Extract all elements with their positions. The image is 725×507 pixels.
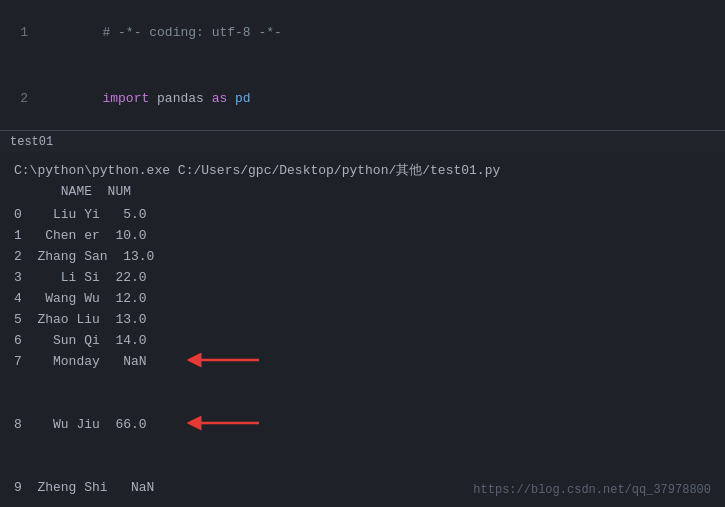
table-row-3: 3 Li Si 22.0 [14, 267, 711, 288]
code-line-2: 2 import pandas as pd [0, 66, 725, 130]
terminal-empty-line [14, 498, 711, 507]
credit-link: https://blog.csdn.net/qq_37978800 [473, 483, 711, 497]
line-content-2: import pandas as pd [40, 66, 251, 130]
table-row-0: 0 Liu Yi 5.0 [14, 204, 711, 225]
table-row-7: 7 Monday NaN [14, 351, 711, 414]
table-row-1: 1 Chen er 10.0 [14, 225, 711, 246]
arrow-icon-7 [184, 349, 264, 371]
module-name: pandas [149, 91, 211, 106]
tab-bar: test01 [0, 130, 725, 152]
line-content-1: # -*- coding: utf-8 -*- [40, 0, 282, 66]
code-lines: 1 # -*- coding: utf-8 -*- 2 import panda… [0, 0, 725, 130]
code-editor: 1 # -*- coding: utf-8 -*- 2 import panda… [0, 0, 725, 130]
import-keyword: import [102, 91, 149, 106]
code-line-1: 1 # -*- coding: utf-8 -*- [0, 0, 725, 66]
table-row-2: 2 Zhang San 13.0 [14, 246, 711, 267]
table-row-4: 4 Wang Wu 12.0 [14, 288, 711, 309]
as-keyword: as [212, 91, 228, 106]
comment-text: # -*- coding: utf-8 -*- [102, 25, 281, 40]
table-row-5: 5 Zhao Liu 13.0 [14, 309, 711, 330]
terminal-headers: NAME NUM [14, 181, 711, 202]
table-row-8: 8 Wu Jiu 66.0 [14, 414, 711, 477]
arrow-icon-8 [184, 412, 264, 434]
tab-label: test01 [10, 135, 53, 149]
table-row-6: 6 Sun Qi 14.0 [14, 330, 711, 351]
terminal-command-path: C:\python\python.exe C:/Users/gpc/Deskto… [14, 160, 711, 181]
terminal: C:\python\python.exe C:/Users/gpc/Deskto… [0, 152, 725, 507]
line-number-2: 2 [0, 88, 40, 110]
line-number-1: 1 [0, 22, 40, 44]
data-table: 0 Liu Yi 5.0 1 Chen er 10.0 2 Zhang San … [14, 204, 711, 498]
alias-name: pd [227, 91, 250, 106]
